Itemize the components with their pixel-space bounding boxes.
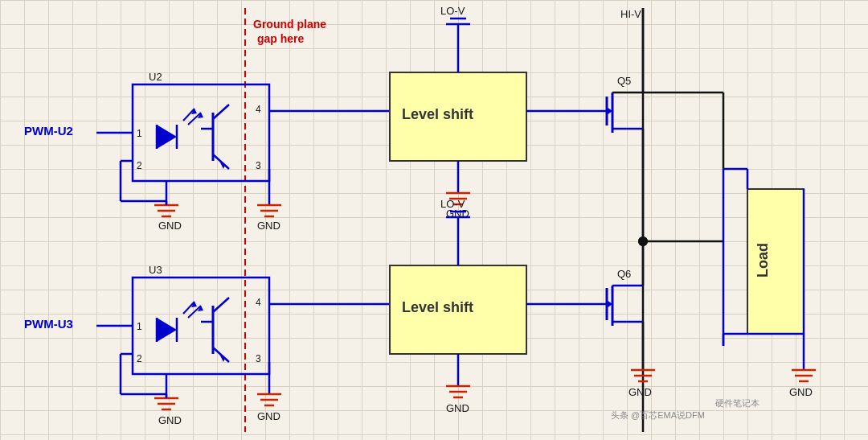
ground-plane-gap-label2: gap here — [257, 32, 305, 45]
u2-pin1: 1 — [137, 128, 142, 139]
level-shift-top-label: Level shift — [402, 106, 473, 122]
gnd-u3-1: GND — [158, 414, 182, 426]
watermark-2: 硬件笔记本 — [715, 398, 760, 408]
u2-box — [133, 84, 269, 181]
gnd-load: GND — [789, 386, 813, 398]
u3-label: U3 — [149, 264, 162, 276]
hiv-label: HI-V — [620, 8, 641, 20]
pwm-u2-label: PWM-U2 — [24, 124, 73, 138]
load-label: Load — [755, 243, 771, 278]
q6-label: Q6 — [617, 268, 631, 280]
watermark-1: 头条 @百芯EMA说DFM — [611, 410, 705, 420]
gnd-levelshift-bottom: GND — [446, 402, 469, 414]
svg-line-3 — [183, 109, 194, 121]
u3-box — [133, 278, 269, 374]
u3-pin2: 2 — [137, 353, 142, 364]
u3-pin3: 3 — [256, 353, 261, 364]
u2-diode — [157, 125, 177, 149]
u3-pin1: 1 — [137, 321, 142, 332]
pwm-u3-label: PWM-U3 — [24, 317, 73, 331]
svg-line-35 — [213, 347, 229, 362]
lov-top-label: LO-V — [440, 5, 465, 17]
gnd-u2-1: GND — [158, 220, 182, 232]
svg-line-9 — [213, 105, 229, 119]
ground-plane-gap-label: Ground plane — [253, 18, 326, 31]
gnd-u3-2: GND — [257, 410, 280, 422]
u2-pin4: 4 — [256, 104, 261, 115]
u2-pin2: 2 — [137, 160, 142, 171]
schematic-diagram: Ground plane gap here U2 1 2 3 4 PWM-U2 … — [0, 0, 868, 440]
svg-line-34 — [213, 298, 229, 312]
lov-bottom-label: LO-V — [440, 198, 465, 210]
u3-pin4: 4 — [256, 297, 261, 308]
svg-line-28 — [183, 302, 194, 314]
gnd-u2-2: GND — [257, 220, 280, 232]
q5-label: Q5 — [617, 75, 631, 87]
svg-line-10 — [213, 154, 229, 169]
gnd-q6: GND — [628, 386, 652, 398]
u2-pin3: 3 — [256, 160, 261, 171]
u3-diode — [157, 318, 177, 342]
level-shift-bottom-label: Level shift — [402, 299, 473, 315]
u2-label: U2 — [149, 71, 162, 83]
